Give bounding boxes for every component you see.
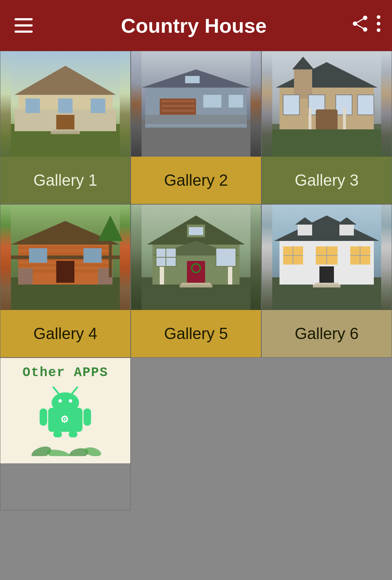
gallery-image-2 [131,51,261,157]
svg-rect-27 [162,100,194,102]
other-apps-item[interactable]: Other APPS ⚙ [0,358,131,510]
svg-rect-31 [203,95,221,108]
svg-rect-97 [319,266,334,285]
app-header: Country House [0,0,392,51]
other-apps-label: Other APPS [23,365,108,380]
svg-rect-29 [162,110,194,112]
gallery-item-5[interactable]: Gallery 5 [131,204,261,358]
svg-rect-110 [40,408,47,426]
menu-button[interactable] [11,18,36,33]
svg-rect-62 [83,248,102,263]
svg-rect-41 [283,95,299,115]
svg-rect-48 [272,129,381,157]
gallery-image-5 [131,205,261,310]
svg-rect-46 [309,108,311,131]
gallery-image-1 [0,51,130,157]
svg-rect-74 [216,248,236,266]
gallery-item-6[interactable]: Gallery 6 [261,204,392,358]
gallery-label-1: Gallery 1 [0,157,130,204]
svg-rect-80 [180,285,212,287]
svg-rect-19 [56,115,74,131]
svg-rect-64 [109,241,112,277]
svg-rect-2 [15,31,33,33]
gallery-item-4[interactable]: Gallery 4 [0,204,131,358]
svg-line-109 [72,387,77,393]
svg-rect-100 [298,225,312,235]
svg-rect-83 [189,227,203,235]
svg-point-106 [58,399,62,403]
svg-rect-61 [29,248,47,263]
svg-point-8 [377,15,380,19]
page-title: Country House [36,14,351,37]
svg-rect-111 [83,408,91,426]
svg-rect-1 [15,24,33,27]
gallery-label-6: Gallery 6 [262,310,392,357]
header-actions [351,15,381,36]
svg-point-107 [69,399,72,403]
gallery-image-3 [262,51,392,157]
empty-cell [131,358,392,510]
svg-point-10 [377,28,380,32]
svg-text:⚙: ⚙ [60,414,69,425]
gallery-image-6 [262,205,392,310]
svg-point-105 [52,392,79,413]
svg-rect-113 [69,431,77,437]
svg-rect-112 [53,431,62,437]
gallery-grid: Gallery 1 [0,51,392,510]
svg-rect-17 [58,98,73,113]
gallery-label-3: Gallery 3 [262,157,392,204]
leaves-decoration [29,442,102,456]
svg-rect-21 [51,131,80,134]
svg-rect-18 [91,98,105,113]
svg-rect-16 [25,98,40,113]
android-icon: ⚙ [36,384,94,439]
svg-line-7 [355,24,365,29]
share-button[interactable] [351,15,369,36]
svg-rect-99 [313,285,340,287]
gallery-label-5: Gallery 5 [131,310,261,357]
svg-rect-45 [316,109,338,131]
svg-rect-60 [11,255,120,259]
gallery-item-1[interactable]: Gallery 1 [0,51,131,204]
svg-rect-102 [339,225,354,235]
svg-rect-33 [185,76,200,83]
gallery-label-2: Gallery 2 [131,157,261,204]
svg-rect-0 [15,18,33,20]
svg-rect-63 [56,261,74,283]
svg-rect-44 [358,95,374,115]
more-options-button[interactable] [376,15,381,36]
svg-rect-58 [18,268,33,285]
svg-line-6 [355,18,365,24]
gallery-item-3[interactable]: Gallery 3 [261,51,392,204]
svg-rect-34 [145,115,247,124]
svg-rect-28 [162,105,194,107]
gallery-label-4: Gallery 4 [0,310,130,357]
svg-rect-32 [229,95,243,108]
svg-rect-39 [294,69,312,98]
svg-rect-47 [343,108,346,131]
svg-line-108 [53,387,58,393]
gallery-item-2[interactable]: Gallery 2 [131,51,261,204]
gallery-image-4 [0,205,130,310]
svg-point-9 [377,22,380,25]
other-apps-image: Other APPS ⚙ [0,358,130,463]
